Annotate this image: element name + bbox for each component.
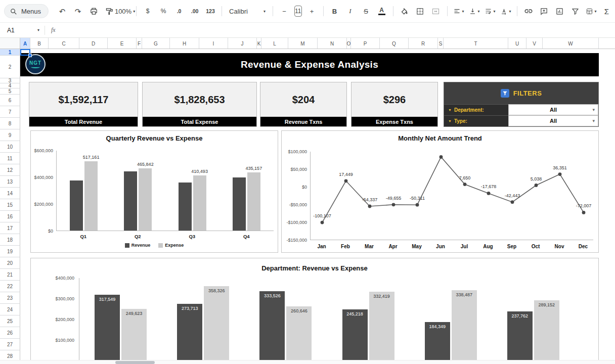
redo-button[interactable]: ↷: [71, 5, 85, 18]
column-header-G[interactable]: G: [142, 38, 170, 49]
column-header-L[interactable]: L: [261, 38, 288, 49]
insert-comment-button[interactable]: [537, 5, 551, 18]
row-header-18[interactable]: 18: [0, 234, 20, 246]
column-header-D[interactable]: D: [79, 38, 108, 49]
column-header-S[interactable]: S: [438, 38, 444, 49]
fill-color-button[interactable]: [398, 5, 412, 18]
more-formats-button[interactable]: 123: [203, 5, 217, 18]
filter-value-dropdown[interactable]: All▾: [508, 104, 598, 115]
name-box[interactable]: A1 ▾: [0, 27, 45, 34]
text-rotation-button[interactable]: ▾: [499, 5, 513, 18]
italic-button[interactable]: I: [343, 5, 358, 18]
column-header-R[interactable]: R: [409, 38, 438, 49]
row-header-10[interactable]: 10: [0, 141, 20, 153]
row-header-7[interactable]: 7: [0, 106, 20, 118]
data-point: [535, 184, 538, 187]
text-wrap-button[interactable]: ▾: [483, 5, 497, 18]
format-percent-button[interactable]: %: [156, 5, 170, 18]
create-filter-button[interactable]: [568, 5, 583, 18]
bold-button[interactable]: B: [328, 5, 342, 18]
font-size-input[interactable]: 11: [294, 6, 301, 17]
kpi-label: Total Revenue: [29, 117, 138, 126]
column-header-H[interactable]: H: [170, 38, 199, 49]
column-header-W[interactable]: W: [543, 38, 599, 49]
row-header-11[interactable]: 11: [0, 153, 20, 164]
text-color-button[interactable]: A: [375, 5, 389, 18]
filter-arrow-icon: ▼: [448, 119, 452, 123]
merge-cells-button[interactable]: [429, 5, 443, 18]
insert-chart-button[interactable]: [553, 5, 567, 18]
column-header-B[interactable]: B: [30, 38, 49, 49]
row-header-16[interactable]: 16: [0, 211, 20, 222]
column-header-I[interactable]: I: [199, 38, 228, 49]
print-button[interactable]: [86, 5, 101, 18]
column-header-N[interactable]: N: [318, 38, 347, 49]
vertical-align-button[interactable]: ▾: [467, 5, 481, 18]
formula-input[interactable]: [56, 23, 615, 37]
column-header-V[interactable]: V: [526, 38, 543, 49]
row-header-2[interactable]: 2: [0, 56, 20, 78]
month-label: Apr: [383, 244, 403, 249]
insert-link-button[interactable]: [521, 5, 536, 18]
decrease-font-size-button[interactable]: −: [277, 5, 291, 18]
legend-swatch: [158, 243, 163, 248]
column-header-U[interactable]: U: [508, 38, 526, 49]
column-header-J[interactable]: J: [228, 38, 257, 49]
row-header-4[interactable]: 4: [0, 83, 20, 88]
zoom-select[interactable]: 100%▾: [118, 5, 132, 18]
font-family-select[interactable]: Calibri▾: [226, 5, 269, 18]
row-header-6[interactable]: 6: [0, 95, 20, 106]
row-header-23[interactable]: 23: [0, 292, 20, 304]
row-header-27[interactable]: 27: [0, 339, 20, 350]
row-header-1[interactable]: 1: [0, 49, 20, 56]
row-header-14[interactable]: 14: [0, 188, 20, 199]
row-header-22[interactable]: 22: [0, 281, 20, 292]
column-header-M[interactable]: M: [288, 38, 318, 49]
row-header-5[interactable]: 5: [0, 88, 20, 95]
strikethrough-button[interactable]: S: [359, 5, 373, 18]
bar-data-label: 358,326: [208, 288, 225, 293]
borders-button[interactable]: [413, 5, 427, 18]
column-header-A[interactable]: A: [20, 38, 30, 49]
row-header-25[interactable]: 25: [0, 315, 20, 327]
filter-value-dropdown[interactable]: All▾: [508, 115, 598, 126]
row-header-9[interactable]: 9: [0, 129, 20, 141]
functions-button[interactable]: Σ: [600, 5, 614, 18]
spreadsheet-grid[interactable]: NGT Revenue & Expense Analysis $1,592,11…: [20, 49, 615, 364]
undo-button[interactable]: ↶: [55, 5, 69, 18]
row-header-26[interactable]: 26: [0, 327, 20, 339]
row-header-24[interactable]: 24: [0, 304, 20, 315]
row-header-19[interactable]: 19: [0, 246, 20, 257]
decrease-decimal-button[interactable]: .0: [172, 5, 186, 18]
selection-fill-handle[interactable]: [28, 54, 32, 57]
quarterly-revenue-expense-chart[interactable]: Quarterly Revenue vs Expense $600,000$40…: [30, 130, 278, 253]
column-header-F[interactable]: F: [137, 38, 142, 49]
format-currency-button[interactable]: $: [141, 5, 155, 18]
point-data-label: 5,038: [531, 176, 542, 181]
row-header-8[interactable]: 8: [0, 118, 20, 129]
column-header-T[interactable]: T: [444, 38, 508, 49]
row-header-17[interactable]: 17: [0, 222, 20, 234]
menus-button[interactable]: Menus: [4, 4, 49, 18]
row-header-13[interactable]: 13: [0, 176, 20, 188]
row-header-15[interactable]: 15: [0, 199, 20, 211]
expense-bar: 249,623: [121, 309, 147, 360]
paint-format-button[interactable]: [102, 5, 116, 18]
department-revenue-expense-chart[interactable]: Department: Revenue vs Expense $400,000$…: [30, 258, 599, 364]
column-header-K[interactable]: K: [257, 38, 261, 49]
column-header-E[interactable]: E: [108, 38, 137, 49]
row-header-20[interactable]: 20: [0, 257, 20, 269]
column-header-O[interactable]: O: [347, 38, 351, 49]
horizontal-align-button[interactable]: ▾: [452, 5, 466, 18]
column-header-P[interactable]: P: [351, 38, 380, 49]
select-all-corner[interactable]: [0, 38, 20, 49]
row-header-21[interactable]: 21: [0, 269, 20, 281]
increase-font-size-button[interactable]: +: [305, 5, 319, 18]
row-header-12[interactable]: 12: [0, 164, 20, 176]
increase-decimal-button[interactable]: .00: [188, 5, 202, 18]
table-button[interactable]: ▾: [584, 5, 598, 18]
column-header-Q[interactable]: Q: [380, 38, 409, 49]
column-header-C[interactable]: C: [49, 38, 79, 49]
scrollbar-thumb[interactable]: [115, 361, 155, 364]
monthly-net-trend-chart[interactable]: Monthly Net Amount Trend $100,000$50,000…: [281, 130, 599, 253]
